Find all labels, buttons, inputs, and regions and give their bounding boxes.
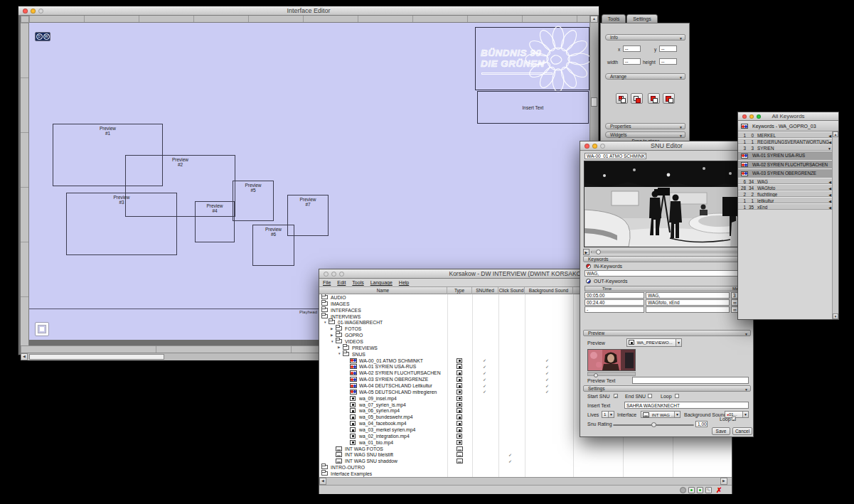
keyword-clip-row[interactable]: WA-03 SYRIEN OBERGRENZE bbox=[738, 168, 833, 178]
vertical-scroll-thumb[interactable] bbox=[591, 97, 597, 107]
export-icon[interactable] bbox=[697, 487, 703, 493]
keyword-row[interactable]: 634WAG◀ bbox=[738, 178, 833, 184]
record-icon[interactable] bbox=[680, 487, 686, 493]
insert-text-field[interactable]: SAHRA WAGENKNECHT bbox=[624, 402, 749, 409]
properties-section-header[interactable]: Properties▼ bbox=[605, 123, 685, 129]
logo-image-widget[interactable]: BÜNDNIS 90 DIE GRÜNEN bbox=[475, 27, 589, 90]
column-header-background-sound[interactable]: Background Sound bbox=[525, 287, 573, 294]
column-header-click-sound[interactable]: Click Sound bbox=[498, 287, 525, 294]
preview-widget-3[interactable]: Preview#3 bbox=[66, 193, 177, 255]
scroll-up-icon[interactable]: ▲ bbox=[833, 132, 838, 137]
insert-text-widget[interactable]: Insert Text bbox=[477, 91, 589, 124]
keyword-row[interactable]: 33SYRIEN▼ bbox=[738, 144, 833, 151]
keyword-row[interactable]: 2834WAGfoto◀ bbox=[738, 184, 833, 191]
seek-thumb[interactable] bbox=[596, 250, 601, 254]
edit-icon[interactable]: ✎ bbox=[705, 487, 712, 493]
scroll-right-icon[interactable]: ▶ bbox=[720, 478, 727, 485]
horizontal-scrollbar[interactable]: ◀ ▶ bbox=[319, 477, 732, 485]
seek-track[interactable] bbox=[591, 251, 740, 253]
widgets-section-header[interactable]: Widgets▼ bbox=[605, 132, 685, 138]
interface-editor-titlebar[interactable]: Interface Editor bbox=[18, 6, 599, 16]
start-snu-checkbox[interactable]: ✓ bbox=[614, 394, 618, 398]
preview-select[interactable]: WA_PREVIEWO...▼ bbox=[626, 338, 682, 347]
arrange-section-header[interactable]: Arrange▼ bbox=[605, 73, 685, 80]
tree-row[interactable]: wa_01_bio.mp4 bbox=[319, 439, 732, 446]
import-icon[interactable] bbox=[688, 487, 695, 493]
menu-edit[interactable]: Edit bbox=[337, 280, 346, 285]
in-keywords-field[interactable]: WAG, bbox=[585, 270, 749, 277]
menu-language[interactable]: Language bbox=[370, 280, 393, 285]
keywords-field[interactable]: WAG, bbox=[646, 292, 730, 299]
menu-file[interactable]: File bbox=[323, 280, 331, 285]
tree-row[interactable]: INT WAG SNU shaddow✓ bbox=[319, 458, 732, 464]
scroll-left-icon[interactable]: ◀ bbox=[21, 353, 28, 360]
column-header-name[interactable]: Name bbox=[319, 287, 447, 294]
info-section-header[interactable]: Info▼ bbox=[605, 34, 685, 41]
preview-widget-5[interactable]: Preview#5 bbox=[233, 181, 274, 221]
scroll-up-icon[interactable]: ▲ bbox=[590, 16, 598, 23]
expand-icon[interactable]: ▶ bbox=[331, 327, 333, 331]
preview-thumbnail[interactable] bbox=[587, 349, 636, 371]
clip-name-field[interactable]: WA-00_01 ATMO SCHMINKT bbox=[585, 153, 646, 159]
keyword-row[interactable]: 22fluchtlinge◀ bbox=[738, 191, 833, 197]
settings-section-header[interactable]: Settings▼ bbox=[583, 385, 751, 392]
collapse-icon[interactable]: ▼ bbox=[331, 340, 333, 343]
keyword-row[interactable]: 11REGIERUNGSVERANTWORTUNG◀ bbox=[738, 138, 833, 144]
preview-text-field[interactable] bbox=[632, 377, 749, 384]
keyword-row[interactable]: 10MERKEL◀ bbox=[738, 132, 833, 138]
interface-select[interactable]: INT WAG ...▼ bbox=[641, 411, 680, 418]
thumbnail-playbar[interactable] bbox=[587, 372, 636, 376]
x-field[interactable]: -- bbox=[623, 45, 641, 52]
expand-icon[interactable]: ▶ bbox=[331, 333, 333, 337]
end-snu-checkbox[interactable] bbox=[648, 394, 652, 398]
time-field[interactable]: 00:24.40 bbox=[585, 299, 644, 306]
collapse-icon[interactable]: ▼ bbox=[338, 352, 341, 355]
tree-row[interactable]: INTRO-OUTRO bbox=[319, 464, 732, 471]
keyword-row[interactable]: 11leitkultur◀ bbox=[738, 197, 833, 203]
height-field[interactable]: -- bbox=[659, 58, 677, 65]
column-header-snuified[interactable]: SNUified bbox=[472, 287, 498, 294]
play-icon[interactable]: ▶ bbox=[583, 249, 589, 255]
menu-tools[interactable]: Tools bbox=[352, 280, 363, 285]
loop2-checkbox[interactable]: ✓ bbox=[732, 417, 736, 421]
menu-help[interactable]: Help bbox=[399, 280, 409, 285]
lives-select[interactable]: 1▼ bbox=[602, 411, 614, 418]
snu-editor-titlebar[interactable]: SNU Editor bbox=[580, 141, 753, 151]
keyword-clip-row[interactable]: WA-01 SYRIEN USA-RUS bbox=[738, 151, 833, 160]
preview-widget-7[interactable]: Preview#7 bbox=[287, 195, 329, 236]
dw-logo-widget[interactable]: D W bbox=[35, 32, 50, 41]
snu-rating-thumb[interactable] bbox=[651, 422, 656, 427]
time-field[interactable]: 00:05.00 bbox=[585, 292, 644, 299]
column-header-type[interactable]: Type bbox=[447, 287, 472, 294]
delete-icon[interactable]: ✗ bbox=[716, 487, 722, 493]
keyword-row[interactable]: 135xEnd◀ bbox=[738, 203, 833, 210]
horizontal-scroll-thumb[interactable] bbox=[29, 354, 164, 360]
cancel-button[interactable]: Cancel bbox=[732, 427, 752, 435]
video-preview[interactable] bbox=[584, 161, 749, 247]
vertical-scrollbar[interactable]: ▲ ▼ bbox=[832, 132, 838, 319]
loop-checkbox[interactable] bbox=[675, 394, 679, 398]
scroll-left-icon[interactable]: ◀ bbox=[319, 478, 326, 485]
keywords-field[interactable]: WAGfoto, xEnd bbox=[646, 299, 730, 306]
send-backward-button[interactable] bbox=[648, 93, 660, 104]
save-button[interactable]: Save bbox=[712, 427, 730, 435]
width-field[interactable]: -- bbox=[623, 58, 641, 65]
preview-section-header[interactable]: Preview▼ bbox=[583, 330, 751, 336]
keywords-section-header[interactable]: Keywords bbox=[583, 256, 751, 262]
scroll-down-icon[interactable]: ▼ bbox=[833, 313, 838, 319]
collapse-icon[interactable]: ▼ bbox=[324, 321, 326, 324]
keyword-clip-row[interactable]: WA-02 SYRIEN FLUCHTURSACHEN bbox=[738, 160, 833, 169]
time-field[interactable]: - bbox=[585, 306, 644, 313]
tree-row[interactable]: INT WAG SNU bleistift✓ bbox=[319, 451, 732, 458]
bring-to-front-button[interactable] bbox=[631, 93, 643, 104]
tree-row[interactable]: Interface Examples bbox=[319, 471, 732, 477]
expand-icon[interactable]: ▶ bbox=[338, 345, 340, 349]
send-to-back-button[interactable] bbox=[663, 93, 675, 104]
all-keywords-titlebar[interactable]: All Keywords bbox=[738, 112, 838, 121]
y-field[interactable]: -- bbox=[659, 45, 677, 52]
tree-row[interactable]: INT WAG FOTOS bbox=[319, 446, 732, 452]
preview-widget-4[interactable]: Preview#4 bbox=[195, 201, 235, 242]
expand-icon[interactable]: ◀ bbox=[828, 205, 831, 210]
bring-forward-button[interactable] bbox=[616, 93, 628, 104]
keywords-field[interactable] bbox=[646, 306, 730, 313]
